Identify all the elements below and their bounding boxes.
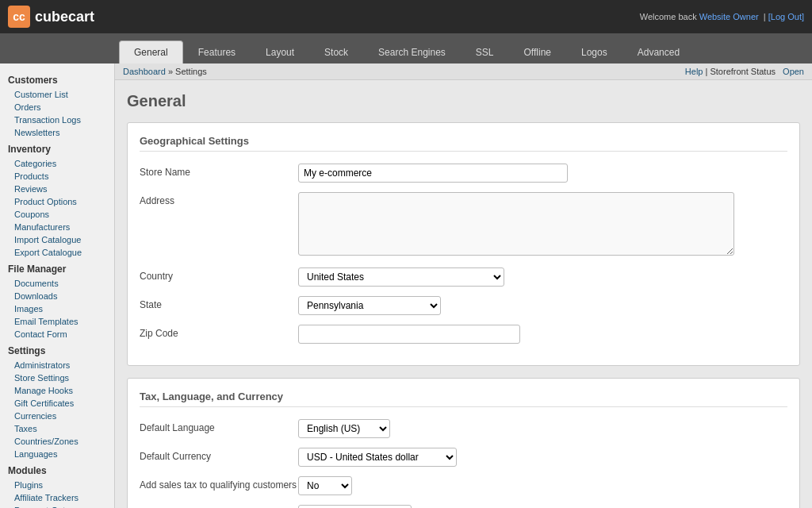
country-select[interactable]: United States United Kingdom Canada Aust… bbox=[298, 267, 504, 287]
tax-customer-select[interactable]: Billing Address Shipping Address bbox=[298, 505, 412, 508]
store-name-label: Store Name bbox=[140, 164, 298, 178]
tab-general[interactable]: General bbox=[119, 40, 183, 64]
cube-icon: cc bbox=[8, 6, 30, 28]
sidebar-item-affiliate-trackers[interactable]: Affiliate Trackers bbox=[0, 491, 114, 504]
user-link[interactable]: Website Owner bbox=[699, 12, 759, 21]
welcome-text: Welcome back bbox=[640, 12, 699, 21]
address-wrap bbox=[298, 192, 787, 258]
sidebar-item-manage-hooks[interactable]: Manage Hooks bbox=[0, 384, 114, 397]
sidebar-item-customer-list[interactable]: Customer List bbox=[0, 88, 114, 101]
sidebar-item-categories[interactable]: Categories bbox=[0, 157, 114, 170]
help-link[interactable]: Help bbox=[685, 67, 703, 76]
sidebar-item-store-settings[interactable]: Store Settings bbox=[0, 371, 114, 384]
breadcrumb-separator: » bbox=[168, 67, 175, 76]
tax-section: Tax, Language, and Currency Default Lang… bbox=[127, 378, 800, 508]
content-area: Dashboard » Settings Help | Storefront S… bbox=[115, 64, 812, 508]
sales-tax-row: Add sales tax to qualifying customers No… bbox=[140, 476, 787, 495]
sales-tax-wrap: No Yes bbox=[298, 476, 787, 495]
sidebar-item-import-catalogue[interactable]: Import Catalogue bbox=[0, 233, 114, 246]
store-name-row: Store Name bbox=[140, 164, 787, 183]
storefront-status-label: Storefront Status bbox=[710, 67, 776, 76]
tab-layout[interactable]: Layout bbox=[251, 40, 309, 64]
sidebar-item-email-templates[interactable]: Email Templates bbox=[0, 315, 114, 328]
default-currency-label: Default Currency bbox=[140, 448, 298, 462]
sidebar-item-gift-certificates[interactable]: Gift Certificates bbox=[0, 397, 114, 410]
sidebar-section-modules: Modules bbox=[0, 460, 114, 479]
default-language-label: Default Language bbox=[140, 419, 298, 433]
country-label: Country bbox=[140, 267, 298, 282]
logout-link[interactable]: [Log Out] bbox=[768, 12, 804, 21]
page-title: General bbox=[127, 92, 800, 110]
tax-section-title: Tax, Language, and Currency bbox=[140, 391, 787, 407]
sidebar-item-plugins[interactable]: Plugins bbox=[0, 479, 114, 491]
breadcrumb: Dashboard » Settings Help | Storefront S… bbox=[115, 64, 812, 80]
store-name-input[interactable] bbox=[298, 164, 568, 183]
storefront-status-open[interactable]: Open bbox=[783, 67, 804, 76]
zip-row: Zip Code bbox=[140, 325, 787, 344]
tab-advanced[interactable]: Advanced bbox=[622, 40, 695, 64]
sidebar-item-products[interactable]: Products bbox=[0, 170, 114, 183]
default-currency-select[interactable]: USD - United States dollar EUR - Euro GB… bbox=[298, 448, 457, 467]
sidebar-item-orders[interactable]: Orders bbox=[0, 101, 114, 114]
logo: cc cubecart bbox=[8, 6, 94, 28]
tab-features[interactable]: Features bbox=[183, 40, 251, 64]
tab-ssl[interactable]: SSL bbox=[461, 40, 509, 64]
default-language-select[interactable]: English (US) English (UK) French German … bbox=[298, 419, 390, 438]
sidebar-item-product-options[interactable]: Product Options bbox=[0, 195, 114, 208]
state-label: State bbox=[140, 296, 298, 310]
sidebar-section-settings: Settings bbox=[0, 341, 114, 359]
logo-text: cubecart bbox=[35, 9, 94, 25]
tax-customer-row: Tax Customer by Billing Address Shipping… bbox=[140, 505, 787, 508]
tab-offline[interactable]: Offline bbox=[509, 40, 566, 64]
default-currency-row: Default Currency USD - United States dol… bbox=[140, 448, 787, 467]
sidebar-item-contact-form[interactable]: Contact Form bbox=[0, 328, 114, 341]
default-currency-wrap: USD - United States dollar EUR - Euro GB… bbox=[298, 448, 787, 467]
sidebar-item-images[interactable]: Images bbox=[0, 302, 114, 315]
tab-search-engines[interactable]: Search Engines bbox=[363, 40, 461, 64]
tab-stock[interactable]: Stock bbox=[309, 40, 363, 64]
state-select[interactable]: Pennsylvania California New York Texas F… bbox=[298, 296, 441, 315]
sidebar-section-customers: Customers bbox=[0, 70, 114, 88]
sidebar-item-downloads[interactable]: Downloads bbox=[0, 290, 114, 302]
default-language-row: Default Language English (US) English (U… bbox=[140, 419, 787, 438]
main-layout: Customers Customer List Orders Transacti… bbox=[0, 64, 812, 508]
sidebar: Customers Customer List Orders Transacti… bbox=[0, 64, 115, 508]
state-wrap: Pennsylvania California New York Texas F… bbox=[298, 296, 787, 315]
country-wrap: United States United Kingdom Canada Aust… bbox=[298, 267, 787, 287]
sidebar-item-currencies[interactable]: Currencies bbox=[0, 410, 114, 422]
sidebar-item-languages[interactable]: Languages bbox=[0, 448, 114, 460]
sidebar-item-reviews[interactable]: Reviews bbox=[0, 183, 114, 195]
sidebar-item-administrators[interactable]: Administrators bbox=[0, 359, 114, 371]
nav-tabs: General Features Layout Stock Search Eng… bbox=[0, 33, 812, 64]
zip-input[interactable] bbox=[298, 325, 520, 344]
zip-wrap bbox=[298, 325, 787, 344]
sidebar-item-export-catalogue[interactable]: Export Catalogue bbox=[0, 246, 114, 259]
sidebar-item-documents[interactable]: Documents bbox=[0, 277, 114, 290]
sidebar-section-file-manager: File Manager bbox=[0, 259, 114, 277]
address-textarea[interactable] bbox=[298, 192, 734, 256]
sales-tax-label: Add sales tax to qualifying customers bbox=[140, 476, 298, 491]
sidebar-item-taxes[interactable]: Taxes bbox=[0, 422, 114, 435]
top-right: Welcome back Website Owner | [Log Out] bbox=[640, 12, 804, 21]
sidebar-item-coupons[interactable]: Coupons bbox=[0, 208, 114, 221]
sidebar-item-countries-zones[interactable]: Countries/Zones bbox=[0, 435, 114, 448]
breadcrumb-path: Dashboard » Settings bbox=[123, 67, 207, 76]
address-row: Address bbox=[140, 192, 787, 258]
sidebar-item-payment-gateways[interactable]: Payment Gateways bbox=[0, 504, 114, 508]
country-row: Country United States United Kingdom Can… bbox=[140, 267, 787, 287]
geo-section-title: Geographical Settings bbox=[140, 135, 787, 152]
breadcrumb-dashboard[interactable]: Dashboard bbox=[123, 67, 166, 76]
store-name-wrap bbox=[298, 164, 787, 183]
sidebar-item-transaction-logs[interactable]: Transaction Logs bbox=[0, 114, 114, 126]
geo-settings-section: Geographical Settings Store Name Address… bbox=[127, 122, 800, 366]
zip-label: Zip Code bbox=[140, 325, 298, 339]
tab-logos[interactable]: Logos bbox=[566, 40, 622, 64]
sales-tax-select[interactable]: No Yes bbox=[298, 476, 352, 495]
default-language-wrap: English (US) English (UK) French German … bbox=[298, 419, 787, 438]
header: cc cubecart Welcome back Website Owner |… bbox=[0, 0, 812, 33]
tax-customer-label: Tax Customer by bbox=[140, 505, 298, 508]
breadcrumb-right: Help | Storefront Status Open bbox=[680, 67, 804, 76]
sidebar-item-newsletters[interactable]: Newsletters bbox=[0, 126, 114, 139]
sidebar-item-manufacturers[interactable]: Manufacturers bbox=[0, 221, 114, 233]
sidebar-section-inventory: Inventory bbox=[0, 139, 114, 157]
